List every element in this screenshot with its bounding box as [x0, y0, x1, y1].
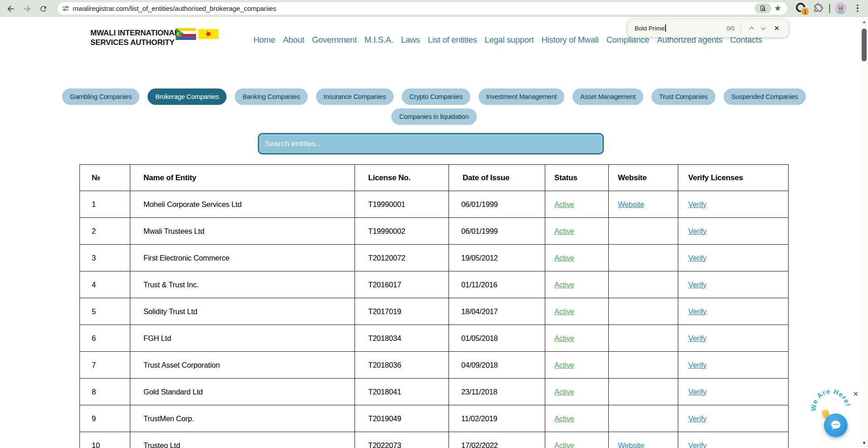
category-tab[interactable]: Insurance Companies — [316, 89, 394, 105]
cell-date: 11/02/2019 — [449, 405, 545, 432]
cell-date: 19/05/2012 — [449, 245, 545, 271]
status-active-link[interactable]: Active — [554, 200, 574, 208]
cell-status: Active — [545, 218, 609, 245]
extensions-puzzle-icon[interactable] — [814, 3, 823, 12]
category-tab[interactable]: Asset Management — [572, 89, 643, 105]
nav-item[interactable]: Government — [312, 35, 357, 45]
status-active-link[interactable]: Active — [554, 361, 574, 369]
scrollbar-thumb[interactable] — [862, 29, 867, 61]
status-active-link[interactable]: Active — [554, 281, 574, 289]
verify-link[interactable]: Verify — [688, 441, 706, 448]
find-previous-button[interactable] — [745, 22, 757, 34]
nav-item[interactable]: Legal support — [485, 35, 534, 45]
table-header-row: № Name of Entity License No. Date of Iss… — [80, 165, 789, 191]
verify-link[interactable]: Verify — [688, 200, 706, 208]
site-settings-icon[interactable] — [62, 5, 69, 12]
cell-status: Active — [545, 245, 609, 271]
verify-link[interactable]: Verify — [688, 307, 706, 315]
column-header: Name of Entity — [130, 165, 355, 191]
cell-verify: Verify — [678, 352, 789, 379]
find-query-text[interactable]: Bold Prime — [635, 25, 665, 32]
nav-item[interactable]: List of entities — [428, 35, 477, 45]
search-input[interactable] — [258, 133, 604, 154]
cell-date: 01/05/2018 — [449, 325, 545, 352]
back-button[interactable] — [4, 2, 17, 15]
category-tab[interactable]: Trust Companies — [651, 89, 715, 105]
verify-link[interactable]: Verify — [688, 334, 706, 342]
find-close-button[interactable]: ✕ — [771, 22, 783, 34]
column-header: Status — [545, 165, 609, 191]
cell-website — [609, 405, 678, 432]
cell-date: 04/09/2018 — [449, 352, 545, 379]
scroll-down-arrow[interactable]: ▼ — [860, 441, 868, 445]
cell-license: T19990001 — [355, 191, 449, 218]
status-active-link[interactable]: Active — [554, 441, 574, 448]
nav-item[interactable]: About — [283, 35, 304, 45]
page-scrollbar[interactable]: ▲ ▼ — [860, 17, 868, 448]
website-link[interactable]: Website — [618, 200, 644, 208]
verify-link[interactable]: Verify — [688, 281, 706, 289]
site-logo[interactable]: MWALI INTERNATIONAL SERVICES AUTHORITY — [90, 28, 179, 47]
status-active-link[interactable]: Active — [554, 414, 574, 423]
find-in-page-chip[interactable] — [755, 3, 771, 14]
cell-license: T2019049 — [355, 405, 449, 432]
find-next-button[interactable] — [757, 22, 769, 34]
browser-menu-button[interactable] — [855, 3, 860, 13]
cell-number: 5 — [80, 298, 130, 325]
cell-status: Active — [545, 405, 609, 432]
cell-entity-name: Moheli Corporate Services Ltd — [130, 191, 355, 218]
star-flag-icon — [198, 29, 218, 39]
category-tab[interactable]: Brokerage Companies — [148, 89, 227, 105]
nav-item[interactable]: Home — [253, 35, 275, 45]
category-tab[interactable]: Investment Management — [478, 89, 564, 105]
profile-avatar[interactable] — [835, 2, 847, 14]
website-link[interactable]: Website — [618, 441, 644, 448]
cell-entity-name: Trust & Trust Inc. — [130, 271, 355, 298]
category-tab[interactable]: Companies in liquidation — [391, 108, 476, 125]
extension-notification-icon[interactable]: 1 — [796, 3, 807, 14]
cell-entity-name: Trusteo Ltd — [130, 432, 355, 448]
status-active-link[interactable]: Active — [554, 307, 574, 315]
chat-bubble-icon — [830, 419, 842, 431]
cell-verify: Verify — [678, 218, 789, 245]
nav-item[interactable]: History of Mwali — [542, 35, 599, 45]
logo-line2: SERVICES AUTHORITY — [90, 38, 179, 47]
status-active-link[interactable]: Active — [554, 254, 574, 262]
cell-status: Active — [545, 325, 609, 352]
cell-date: 18/04/2017 — [449, 298, 545, 325]
verify-link[interactable]: Verify — [688, 388, 706, 396]
status-active-link[interactable]: Active — [554, 227, 574, 235]
text-caret — [665, 25, 666, 32]
cell-entity-name: Gold Standard Ltd — [130, 379, 355, 405]
table-row: 7 Trust Asset Corporation T2018036 04/09… — [80, 352, 789, 379]
verify-link[interactable]: Verify — [688, 361, 706, 369]
table-row: 4 Trust & Trust Inc. T2016017 01/11/2016… — [80, 271, 789, 298]
category-tab[interactable]: Gambling Companies — [62, 89, 139, 105]
cell-website — [609, 218, 678, 245]
reload-button[interactable] — [37, 2, 49, 15]
category-tab[interactable]: Crypto Companies — [402, 89, 470, 105]
nav-item[interactable]: M.I.S.A. — [365, 35, 393, 45]
category-tab[interactable]: Banking Companies — [235, 89, 307, 105]
cell-website: Website — [609, 432, 678, 448]
chat-widget-close-icon[interactable]: ✕ — [852, 390, 860, 398]
scroll-up-arrow[interactable]: ▲ — [860, 20, 868, 24]
verify-link[interactable]: Verify — [688, 254, 706, 262]
status-active-link[interactable]: Active — [554, 334, 574, 342]
table-row: 2 Mwali Trustees Ltd T19990002 06/01/199… — [80, 218, 789, 245]
column-header: Website — [609, 165, 678, 191]
cell-number: 6 — [80, 325, 130, 352]
category-tab[interactable]: Suspended Companies — [724, 89, 806, 105]
comoros-flag-icon — [176, 28, 196, 40]
find-bar[interactable]: Bold Prime 0/0 ✕ — [627, 19, 789, 37]
verify-link[interactable]: Verify — [688, 414, 706, 423]
status-active-link[interactable]: Active — [554, 388, 574, 396]
chat-launcher-button[interactable] — [824, 414, 848, 437]
nav-item[interactable]: Laws — [401, 35, 420, 45]
cell-number: 2 — [80, 218, 130, 245]
forward-button[interactable] — [20, 2, 33, 15]
cell-number: 10 — [80, 432, 130, 448]
verify-link[interactable]: Verify — [688, 227, 706, 235]
bookmark-star-icon[interactable]: ★ — [774, 3, 781, 14]
cell-verify: Verify — [678, 379, 789, 405]
